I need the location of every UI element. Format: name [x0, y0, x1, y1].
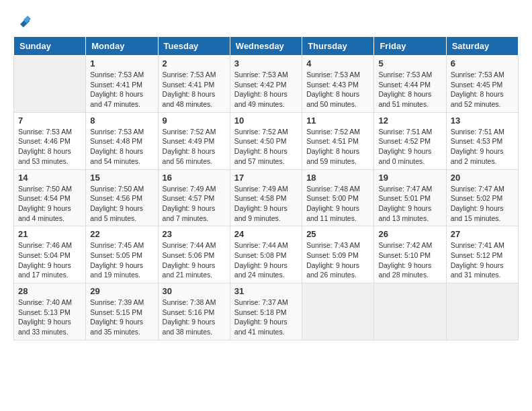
calendar-cell: 14Sunrise: 7:50 AMSunset: 4:54 PMDayligh… [14, 169, 86, 226]
day-info: Sunrise: 7:47 AMSunset: 5:01 PMDaylight:… [378, 184, 441, 224]
calendar-cell: 26Sunrise: 7:42 AMSunset: 5:10 PMDayligh… [374, 226, 446, 283]
day-info: Sunrise: 7:45 AMSunset: 5:05 PMDaylight:… [90, 240, 153, 280]
calendar-cell: 17Sunrise: 7:49 AMSunset: 4:58 PMDayligh… [230, 169, 302, 226]
calendar-cell: 27Sunrise: 7:41 AMSunset: 5:12 PMDayligh… [446, 226, 518, 283]
day-info: Sunrise: 7:41 AMSunset: 5:12 PMDaylight:… [451, 240, 514, 280]
calendar-cell: 4Sunrise: 7:53 AMSunset: 4:43 PMDaylight… [302, 56, 374, 113]
calendar-cell: 3Sunrise: 7:53 AMSunset: 4:42 PMDaylight… [230, 56, 302, 113]
logo-bird-icon [15, 13, 31, 30]
calendar-cell: 12Sunrise: 7:51 AMSunset: 4:52 PMDayligh… [374, 112, 446, 169]
day-info: Sunrise: 7:50 AMSunset: 4:54 PMDaylight:… [18, 184, 81, 224]
weekday-header-cell: Monday [86, 37, 158, 56]
calendar-week-row: 1Sunrise: 7:53 AMSunset: 4:41 PMDaylight… [14, 56, 519, 113]
calendar-cell: 8Sunrise: 7:53 AMSunset: 4:48 PMDaylight… [86, 112, 158, 169]
day-number: 26 [378, 229, 441, 239]
calendar-cell: 20Sunrise: 7:47 AMSunset: 5:02 PMDayligh… [446, 169, 518, 226]
weekday-header-cell: Friday [374, 37, 446, 56]
calendar-cell: 2Sunrise: 7:53 AMSunset: 4:41 PMDaylight… [158, 56, 230, 113]
page-header [13, 13, 519, 30]
weekday-header-cell: Sunday [14, 37, 86, 56]
day-info: Sunrise: 7:53 AMSunset: 4:42 PMDaylight:… [234, 70, 298, 109]
day-info: Sunrise: 7:53 AMSunset: 4:46 PMDaylight:… [18, 127, 81, 167]
calendar-cell: 10Sunrise: 7:52 AMSunset: 4:50 PMDayligh… [230, 112, 302, 169]
day-number: 5 [378, 58, 441, 68]
day-number: 21 [18, 229, 81, 239]
calendar-body: 1Sunrise: 7:53 AMSunset: 4:41 PMDaylight… [14, 56, 519, 340]
calendar-cell: 16Sunrise: 7:49 AMSunset: 4:57 PMDayligh… [158, 169, 230, 226]
calendar-table: SundayMondayTuesdayWednesdayThursdayFrid… [13, 36, 519, 340]
day-number: 12 [378, 116, 441, 126]
day-number: 31 [234, 286, 298, 296]
day-info: Sunrise: 7:52 AMSunset: 4:50 PMDaylight:… [234, 127, 298, 167]
day-number: 7 [18, 116, 81, 126]
day-info: Sunrise: 7:48 AMSunset: 5:00 PMDaylight:… [306, 184, 369, 224]
day-number: 27 [451, 229, 514, 239]
day-number: 9 [163, 116, 226, 126]
day-number: 14 [18, 173, 81, 183]
day-number: 16 [163, 173, 226, 183]
calendar-cell: 21Sunrise: 7:46 AMSunset: 5:04 PMDayligh… [14, 226, 86, 283]
calendar-cell [374, 283, 446, 340]
day-info: Sunrise: 7:44 AMSunset: 5:08 PMDaylight:… [234, 240, 298, 280]
day-info: Sunrise: 7:52 AMSunset: 4:49 PMDaylight:… [163, 127, 226, 167]
day-number: 18 [306, 173, 369, 183]
weekday-header-cell: Tuesday [158, 37, 230, 56]
weekday-header-row: SundayMondayTuesdayWednesdayThursdayFrid… [14, 37, 519, 56]
calendar-cell: 11Sunrise: 7:52 AMSunset: 4:51 PMDayligh… [302, 112, 374, 169]
day-number: 3 [234, 58, 298, 68]
day-info: Sunrise: 7:47 AMSunset: 5:02 PMDaylight:… [451, 184, 514, 224]
day-number: 8 [90, 116, 153, 126]
calendar-cell: 31Sunrise: 7:37 AMSunset: 5:18 PMDayligh… [230, 283, 302, 340]
day-number: 29 [90, 286, 153, 296]
calendar-cell: 22Sunrise: 7:45 AMSunset: 5:05 PMDayligh… [86, 226, 158, 283]
calendar-cell: 7Sunrise: 7:53 AMSunset: 4:46 PMDaylight… [14, 112, 86, 169]
calendar-cell: 1Sunrise: 7:53 AMSunset: 4:41 PMDaylight… [86, 56, 158, 113]
day-number: 23 [163, 229, 226, 239]
day-number: 10 [234, 116, 298, 126]
day-info: Sunrise: 7:53 AMSunset: 4:41 PMDaylight:… [90, 70, 153, 109]
calendar-cell: 13Sunrise: 7:51 AMSunset: 4:53 PMDayligh… [446, 112, 518, 169]
calendar-week-row: 14Sunrise: 7:50 AMSunset: 4:54 PMDayligh… [14, 169, 519, 226]
day-info: Sunrise: 7:37 AMSunset: 5:18 PMDaylight:… [234, 298, 298, 337]
calendar-cell: 30Sunrise: 7:38 AMSunset: 5:16 PMDayligh… [158, 283, 230, 340]
day-info: Sunrise: 7:50 AMSunset: 4:56 PMDaylight:… [90, 184, 153, 224]
day-info: Sunrise: 7:44 AMSunset: 5:06 PMDaylight:… [163, 240, 226, 280]
day-info: Sunrise: 7:40 AMSunset: 5:13 PMDaylight:… [18, 298, 81, 337]
day-info: Sunrise: 7:42 AMSunset: 5:10 PMDaylight:… [378, 240, 441, 280]
day-number: 15 [90, 173, 153, 183]
day-info: Sunrise: 7:46 AMSunset: 5:04 PMDaylight:… [18, 240, 81, 280]
calendar-cell: 19Sunrise: 7:47 AMSunset: 5:01 PMDayligh… [374, 169, 446, 226]
day-number: 6 [451, 58, 514, 68]
calendar-cell: 6Sunrise: 7:53 AMSunset: 4:45 PMDaylight… [446, 56, 518, 113]
day-number: 17 [234, 173, 298, 183]
calendar-cell: 25Sunrise: 7:43 AMSunset: 5:09 PMDayligh… [302, 226, 374, 283]
calendar-cell: 23Sunrise: 7:44 AMSunset: 5:06 PMDayligh… [158, 226, 230, 283]
calendar-cell [14, 56, 86, 113]
calendar-week-row: 21Sunrise: 7:46 AMSunset: 5:04 PMDayligh… [14, 226, 519, 283]
calendar-cell: 5Sunrise: 7:53 AMSunset: 4:44 PMDaylight… [374, 56, 446, 113]
calendar-cell: 24Sunrise: 7:44 AMSunset: 5:08 PMDayligh… [230, 226, 302, 283]
day-number: 24 [234, 229, 298, 239]
day-number: 20 [451, 173, 514, 183]
day-number: 2 [163, 58, 226, 68]
day-number: 25 [306, 229, 369, 239]
day-number: 22 [90, 229, 153, 239]
calendar-cell [302, 283, 374, 340]
day-info: Sunrise: 7:53 AMSunset: 4:48 PMDaylight:… [90, 127, 153, 167]
calendar-week-row: 7Sunrise: 7:53 AMSunset: 4:46 PMDaylight… [14, 112, 519, 169]
day-info: Sunrise: 7:38 AMSunset: 5:16 PMDaylight:… [163, 298, 226, 337]
weekday-header-cell: Thursday [302, 37, 374, 56]
day-info: Sunrise: 7:43 AMSunset: 5:09 PMDaylight:… [306, 240, 369, 280]
weekday-header-cell: Wednesday [230, 37, 302, 56]
day-info: Sunrise: 7:49 AMSunset: 4:57 PMDaylight:… [163, 184, 226, 224]
weekday-header-cell: Saturday [446, 37, 518, 56]
day-number: 28 [18, 286, 81, 296]
day-number: 19 [378, 173, 441, 183]
day-number: 30 [163, 286, 226, 296]
day-number: 13 [451, 116, 514, 126]
logo [13, 13, 31, 30]
day-info: Sunrise: 7:53 AMSunset: 4:44 PMDaylight:… [378, 70, 441, 109]
day-info: Sunrise: 7:53 AMSunset: 4:45 PMDaylight:… [451, 70, 514, 109]
day-info: Sunrise: 7:53 AMSunset: 4:43 PMDaylight:… [306, 70, 369, 109]
calendar-cell: 18Sunrise: 7:48 AMSunset: 5:00 PMDayligh… [302, 169, 374, 226]
